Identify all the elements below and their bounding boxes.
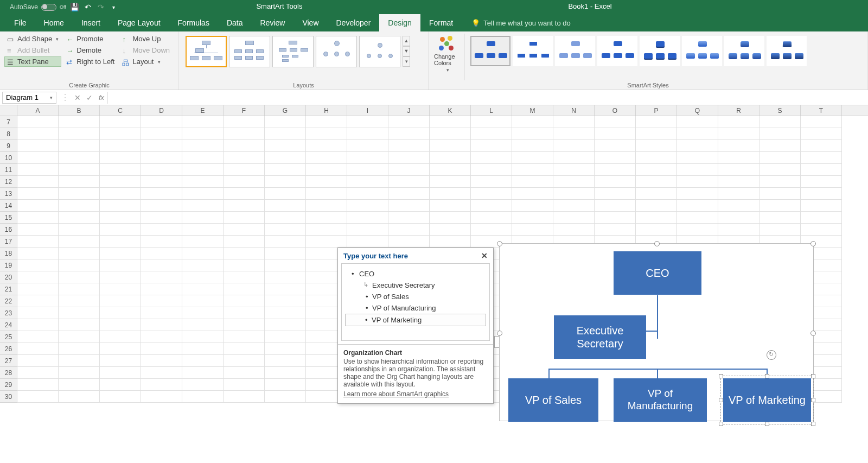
cell[interactable]	[224, 391, 265, 403]
column-header[interactable]: Q	[677, 105, 718, 116]
cell[interactable]	[388, 212, 430, 224]
cell[interactable]	[760, 176, 801, 188]
cell[interactable]	[100, 116, 141, 128]
column-header[interactable]: S	[760, 105, 801, 116]
name-box[interactable]: Diagram 1▾	[2, 92, 56, 104]
cell[interactable]	[141, 248, 182, 259]
text-pane-list[interactable]: CEO Executive Secretary VP of Sales VP o…	[341, 263, 490, 341]
cell[interactable]	[677, 164, 718, 176]
cell[interactable]	[265, 343, 306, 355]
column-header[interactable]: M	[512, 105, 553, 116]
cell[interactable]	[553, 128, 595, 140]
cell[interactable]	[59, 236, 100, 248]
cell[interactable]	[224, 188, 265, 200]
cell[interactable]	[512, 164, 553, 176]
style-thumb-6[interactable]	[682, 36, 722, 66]
cell[interactable]	[141, 212, 182, 224]
cell[interactable]	[224, 140, 265, 152]
cell[interactable]	[59, 343, 100, 355]
column-header[interactable]: R	[718, 105, 760, 116]
cell[interactable]	[595, 152, 636, 164]
formula-input[interactable]	[107, 92, 868, 104]
row-header[interactable]: 17	[0, 236, 17, 248]
layout-thumb-3[interactable]	[272, 36, 314, 67]
cell[interactable]	[553, 140, 595, 152]
cell[interactable]	[595, 188, 636, 200]
cell[interactable]	[430, 236, 471, 248]
cell[interactable]	[388, 140, 430, 152]
cell[interactable]	[141, 343, 182, 355]
cell[interactable]	[265, 200, 306, 212]
org-node-vp-mfg[interactable]: VP of Manufacturing	[614, 378, 707, 422]
gallery-more-icon[interactable]: ▾	[403, 56, 410, 67]
cell[interactable]	[430, 224, 471, 236]
cell[interactable]	[512, 188, 553, 200]
undo-icon[interactable]: ↶	[84, 3, 92, 11]
cell[interactable]	[100, 200, 141, 212]
cell[interactable]	[718, 128, 760, 140]
column-header[interactable]: L	[471, 105, 512, 116]
fx-icon[interactable]: fx	[95, 93, 107, 102]
style-thumb-1[interactable]	[470, 36, 510, 66]
cell[interactable]	[224, 367, 265, 379]
cell[interactable]	[718, 164, 760, 176]
cell[interactable]	[100, 188, 141, 200]
cell[interactable]	[100, 319, 141, 331]
cell[interactable]	[59, 152, 100, 164]
cell[interactable]	[553, 188, 595, 200]
cell[interactable]	[471, 128, 512, 140]
cell[interactable]	[59, 128, 100, 140]
tab-insert[interactable]: Insert	[73, 14, 109, 31]
cell[interactable]	[760, 200, 801, 212]
change-colors-button[interactable]: Change Colors▾	[433, 34, 461, 75]
row-header[interactable]: 7	[0, 116, 17, 128]
row-header[interactable]: 29	[0, 379, 17, 391]
cell[interactable]	[182, 271, 224, 283]
cell[interactable]	[388, 176, 430, 188]
learn-more-link[interactable]: Learn more about SmartArt graphics	[343, 390, 449, 398]
cell[interactable]	[430, 128, 471, 140]
cell[interactable]	[718, 188, 760, 200]
gallery-down-icon[interactable]: ▼	[403, 46, 410, 56]
cell[interactable]	[265, 188, 306, 200]
gallery-up-icon[interactable]: ▲	[403, 36, 410, 46]
text-pane-window[interactable]: Type your text here ✕ CEO Executive Secr…	[337, 248, 494, 404]
column-header[interactable]: O	[595, 105, 636, 116]
org-node-vp-sales[interactable]: VP of Sales	[508, 378, 598, 422]
cell[interactable]	[265, 224, 306, 236]
cell[interactable]	[347, 200, 388, 212]
column-header[interactable]: B	[59, 105, 100, 116]
cell[interactable]	[141, 295, 182, 307]
cell[interactable]	[430, 212, 471, 224]
cell[interactable]	[718, 140, 760, 152]
cell[interactable]	[718, 212, 760, 224]
cell[interactable]	[17, 176, 59, 188]
cell[interactable]	[59, 271, 100, 283]
cell[interactable]	[182, 188, 224, 200]
cell[interactable]	[265, 176, 306, 188]
cell[interactable]	[595, 116, 636, 128]
cell[interactable]	[471, 152, 512, 164]
list-item-selected[interactable]: VP of Marketing	[345, 314, 486, 326]
cell[interactable]	[595, 140, 636, 152]
column-header[interactable]: E	[182, 105, 224, 116]
cell[interactable]	[224, 128, 265, 140]
cell[interactable]	[265, 295, 306, 307]
rotate-handle-icon[interactable]	[767, 350, 776, 360]
cell[interactable]	[347, 164, 388, 176]
tab-review[interactable]: Review	[252, 14, 294, 31]
cell[interactable]	[182, 236, 224, 248]
cell[interactable]	[306, 140, 347, 152]
select-all-corner[interactable]	[0, 105, 17, 116]
cell[interactable]	[59, 116, 100, 128]
column-header[interactable]: G	[265, 105, 306, 116]
column-header[interactable]: I	[347, 105, 388, 116]
cell[interactable]	[182, 295, 224, 307]
cell[interactable]	[100, 259, 141, 271]
cell[interactable]	[595, 200, 636, 212]
cell[interactable]	[265, 379, 306, 391]
cell[interactable]	[760, 116, 801, 128]
cell[interactable]	[265, 128, 306, 140]
column-header[interactable]: P	[636, 105, 677, 116]
cell[interactable]	[182, 343, 224, 355]
